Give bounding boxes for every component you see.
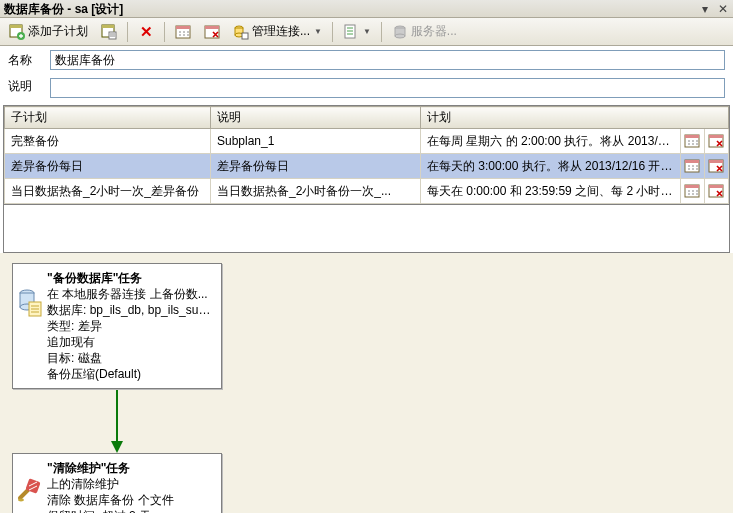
svg-point-17 xyxy=(395,34,405,38)
cell-subplan[interactable]: 当日数据热备_2小时一次_差异备份 xyxy=(5,179,211,204)
flow-arrow xyxy=(12,389,222,453)
servers-label: 服务器... xyxy=(411,23,457,40)
cell-desc[interactable]: Subplan_1 xyxy=(211,129,421,154)
name-row: 名称 xyxy=(0,46,733,74)
desc-row: 说明 xyxy=(0,74,733,102)
table-row[interactable]: 当日数据热备_2小时一次_差异备份当日数据热备_2小时备份一次_...每天在 0… xyxy=(5,179,729,204)
window-title: 数据库备份 - sa [设计] xyxy=(4,0,699,18)
cell-plan: 每天在 0:00:00 和 23:59:59 之间、每 2 小时 执... xyxy=(421,179,681,204)
name-label: 名称 xyxy=(8,52,42,69)
row-schedule-button[interactable] xyxy=(683,130,701,152)
separator xyxy=(164,22,165,42)
title-bar: 数据库备份 - sa [设计] ▾ ✕ xyxy=(0,0,733,18)
chevron-down-icon: ▼ xyxy=(363,27,371,36)
dropdown-icon[interactable]: ▾ xyxy=(699,3,711,15)
task-line: 备份压缩(Default) xyxy=(47,366,215,382)
manage-connections-button[interactable]: 管理连接... ▼ xyxy=(228,21,327,43)
row-remove-schedule-button[interactable] xyxy=(707,180,725,202)
servers-icon xyxy=(392,24,408,40)
col-subplan[interactable]: 子计划 xyxy=(5,107,211,129)
svg-marker-35 xyxy=(111,441,123,453)
task-line: 在 本地服务器连接 上备份数... xyxy=(47,286,215,302)
designer-surface[interactable]: "备份数据库"任务 在 本地服务器连接 上备份数... 数据库: bp_ils_… xyxy=(0,253,733,513)
calendar-icon xyxy=(684,133,700,149)
row-schedule-button[interactable] xyxy=(683,155,701,177)
table-row[interactable]: 差异备份每日差异备份每日在每天的 3:00:00 执行。将从 2013/12/1… xyxy=(5,154,729,179)
row-remove-schedule-button[interactable] xyxy=(707,155,725,177)
close-icon[interactable]: ✕ xyxy=(717,3,729,15)
task-line: 清除 数据库备份 个文件 xyxy=(47,492,215,508)
report-icon xyxy=(343,24,359,40)
svg-rect-19 xyxy=(685,135,699,138)
task-line: 追加现有 xyxy=(47,334,215,350)
task-line: 保留时间: 超过 2 天 xyxy=(47,508,215,513)
col-desc[interactable]: 说明 xyxy=(211,107,421,129)
cell-plan: 在每周 星期六 的 2:00:00 执行。将从 2013/12/1... xyxy=(421,129,681,154)
manage-connections-label: 管理连接... xyxy=(252,23,310,40)
task-title: "清除维护"任务 xyxy=(47,460,215,476)
manage-connections-icon xyxy=(233,24,249,40)
subplan-props-icon xyxy=(101,24,117,40)
calendar-remove-icon xyxy=(708,133,724,149)
svg-rect-21 xyxy=(709,135,723,138)
table-row[interactable]: 完整备份Subplan_1在每周 星期六 的 2:00:00 执行。将从 201… xyxy=(5,129,729,154)
window-buttons: ▾ ✕ xyxy=(699,3,729,15)
calendar-button[interactable] xyxy=(170,21,196,43)
task-line: 类型: 差异 xyxy=(47,318,215,334)
desc-label: 说明 xyxy=(8,78,42,95)
task-title: "备份数据库"任务 xyxy=(47,270,215,286)
svg-rect-4 xyxy=(102,25,114,28)
cleanup-task-icon xyxy=(17,478,43,504)
cleanup-task-node[interactable]: "清除维护"任务 上的清除维护 清除 数据库备份 个文件 保留时间: 超过 2 … xyxy=(12,453,222,513)
calendar-icon xyxy=(684,158,700,174)
svg-rect-7 xyxy=(176,26,190,29)
svg-rect-1 xyxy=(10,25,22,28)
task-line: 数据库: bp_ils_db, bp_ils_sub_... xyxy=(47,302,215,318)
svg-rect-13 xyxy=(242,33,248,39)
task-line: 目标: 磁盘 xyxy=(47,350,215,366)
calendar-remove-icon xyxy=(204,24,220,40)
calendar-icon xyxy=(175,24,191,40)
svg-point-37 xyxy=(18,499,24,502)
name-input[interactable] xyxy=(50,50,725,70)
separator xyxy=(127,22,128,42)
grid-header-row: 子计划 说明 计划 xyxy=(5,107,729,129)
subplan-grid: 子计划 说明 计划 完整备份Subplan_1在每周 星期六 的 2:00:00… xyxy=(3,105,730,205)
svg-rect-25 xyxy=(709,160,723,163)
cell-subplan[interactable]: 差异备份每日 xyxy=(5,154,211,179)
cell-subplan[interactable]: 完整备份 xyxy=(5,129,211,154)
svg-rect-9 xyxy=(205,26,219,29)
toolbar: 添加子计划 ✕ 管理连接... ▼ ▼ 服务器. xyxy=(0,18,733,46)
add-subplan-icon xyxy=(9,24,25,40)
backup-db-task-node[interactable]: "备份数据库"任务 在 本地服务器连接 上备份数... 数据库: bp_ils_… xyxy=(12,263,222,389)
calendar-remove-icon xyxy=(708,183,724,199)
servers-button: 服务器... xyxy=(387,21,462,43)
chevron-down-icon: ▼ xyxy=(314,27,322,36)
calendar-remove-icon xyxy=(708,158,724,174)
delete-icon: ✕ xyxy=(138,24,154,40)
cell-desc[interactable]: 当日数据热备_2小时备份一次_... xyxy=(211,179,421,204)
report-button[interactable]: ▼ xyxy=(338,21,376,43)
row-remove-schedule-button[interactable] xyxy=(707,130,725,152)
calendar-remove-button[interactable] xyxy=(199,21,225,43)
svg-rect-23 xyxy=(685,160,699,163)
grid-empty-area[interactable] xyxy=(3,205,730,253)
desc-input[interactable] xyxy=(50,78,725,98)
cell-desc[interactable]: 差异备份每日 xyxy=(211,154,421,179)
backup-db-task-icon xyxy=(17,288,43,318)
separator xyxy=(332,22,333,42)
separator xyxy=(381,22,382,42)
subplan-props-button[interactable] xyxy=(96,21,122,43)
svg-rect-29 xyxy=(709,185,723,188)
calendar-icon xyxy=(684,183,700,199)
add-subplan-button[interactable]: 添加子计划 xyxy=(4,21,93,43)
col-plan[interactable]: 计划 xyxy=(421,107,729,129)
row-schedule-button[interactable] xyxy=(683,180,701,202)
add-subplan-label: 添加子计划 xyxy=(28,23,88,40)
delete-button[interactable]: ✕ xyxy=(133,21,159,43)
cell-plan: 在每天的 3:00:00 执行。将从 2013/12/16 开始... xyxy=(421,154,681,179)
svg-rect-27 xyxy=(685,185,699,188)
task-line: 上的清除维护 xyxy=(47,476,215,492)
